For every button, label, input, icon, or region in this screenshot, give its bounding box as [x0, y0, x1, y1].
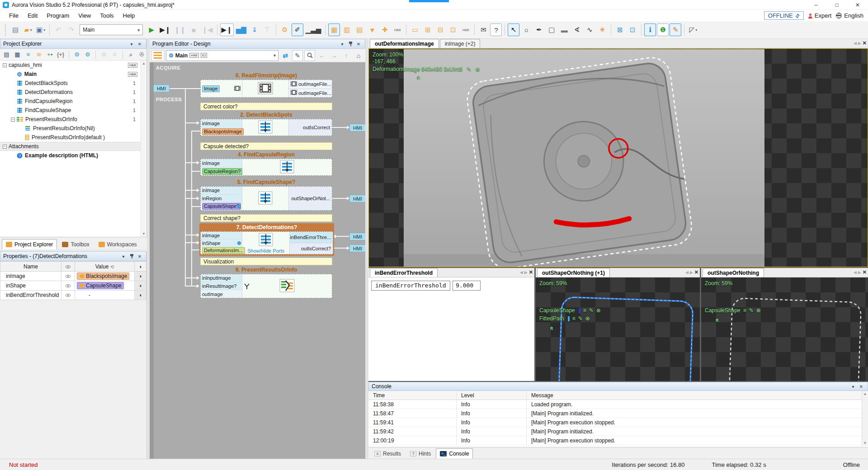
- menu-file[interactable]: File: [5, 10, 23, 21]
- tab-outshapeornothing-1[interactable]: outShapeOrNothing (+1): [537, 268, 610, 277]
- port-toggle[interactable]: ◖: [135, 291, 146, 300]
- block-icon-cell[interactable]: [242, 80, 288, 97]
- language-button[interactable]: English: [836, 12, 863, 19]
- port-inbenderrorthre[interactable]: inBendErrorThre...: [290, 232, 333, 243]
- tree-item-main[interactable]: ⚙MainHMI: [0, 70, 141, 79]
- tab-next-icon[interactable]: ▹: [858, 269, 861, 275]
- port-inresultimage[interactable]: inResultImage?: [201, 282, 242, 291]
- profile-tool-icon[interactable]: ∿: [584, 24, 595, 36]
- property-value[interactable]: -: [75, 291, 135, 300]
- hmi-port-chip[interactable]: HMI: [349, 244, 365, 252]
- splitter[interactable]: [365, 39, 368, 459]
- visibility-toggle[interactable]: [61, 272, 75, 281]
- angle-tool-icon[interactable]: ∢: [571, 24, 583, 36]
- panel-close-icon[interactable]: ✕: [858, 383, 865, 390]
- port-outiscorrect[interactable]: outIsCorrect?: [290, 243, 333, 254]
- comment-block[interactable]: Correct color?: [200, 103, 332, 110]
- port-inimage[interactable]: inImage: [201, 187, 242, 195]
- tab-prev-icon[interactable]: ◃: [854, 269, 857, 275]
- pin-icon[interactable]: [129, 253, 135, 259]
- panel-close-icon[interactable]: ✕: [355, 40, 362, 47]
- tab-close-icon[interactable]: ✕: [694, 269, 698, 275]
- filter-block-body[interactable]: inInputImageinResultImage?outImage: [200, 274, 332, 298]
- show-hide-ports-link[interactable]: Show/Hide Ports: [247, 248, 284, 254]
- scroll-down-icon[interactable]: ▼: [142, 232, 146, 236]
- tree-expander-icon[interactable]: −: [3, 63, 7, 67]
- layer-close-icon[interactable]: ⊗: [596, 307, 601, 314]
- shape-tool-icon[interactable]: ◸▾: [687, 24, 699, 36]
- help-icon[interactable]: ?: [490, 24, 502, 36]
- attach-icon[interactable]: ✇: [137, 50, 146, 60]
- console-log-row[interactable]: 11:59:42Info[Main] Program initialized.: [368, 427, 862, 436]
- layout-cols-icon[interactable]: ⊡: [447, 24, 459, 36]
- layer-edit-icon[interactable]: ✎: [589, 307, 594, 314]
- tab-close-icon[interactable]: ✕: [529, 269, 533, 275]
- tree-item-findcapsuleregion[interactable]: FindCapsuleRegion1: [0, 97, 141, 106]
- tree-item-findcapsuleshape[interactable]: FindCapsuleShape1: [0, 106, 141, 115]
- port-inregion[interactable]: inRegion: [201, 195, 242, 203]
- tab-next-icon[interactable]: ▹: [524, 269, 527, 275]
- macrofilter-breadcrumb[interactable]: ⚙ Main HMI IO ▾: [166, 50, 278, 61]
- layer-edit-icon[interactable]: ✎: [749, 307, 754, 314]
- save-project-icon[interactable]: ▣▾: [35, 24, 47, 36]
- port-inimage[interactable]: inImage: [201, 159, 242, 168]
- block-title[interactable]: 2. DetectBlackSpots: [200, 112, 332, 119]
- nav-back-icon[interactable]: ←: [316, 50, 327, 61]
- panel-menu-icon[interactable]: ▾: [120, 253, 127, 260]
- ruler-tool-icon[interactable]: ▬: [558, 24, 570, 36]
- filmstrip-save-icon[interactable]: ▼: [366, 24, 378, 36]
- tab-results[interactable]: ≡Results: [370, 448, 405, 459]
- visibility-toggle[interactable]: [61, 281, 75, 291]
- add-macrofilter-icon[interactable]: ▤: [2, 50, 11, 60]
- tab-toolbox[interactable]: Toolbox: [58, 239, 93, 249]
- new-worker-icon[interactable]: ≋: [34, 50, 44, 60]
- port-deformationsim[interactable]: DeformationsIm...: [201, 247, 242, 254]
- block-icon-cell[interactable]: [242, 159, 332, 175]
- iterate-icon[interactable]: ▶❙: [220, 24, 234, 36]
- tree-expander-icon[interactable]: −: [3, 145, 7, 149]
- filmstrip-hmi-icon[interactable]: HMI: [392, 24, 403, 36]
- comment-block[interactable]: Capsule detected?: [200, 142, 332, 150]
- tab-close-icon[interactable]: ✕: [863, 40, 867, 46]
- port-outimagefile[interactable]: outImageFile...: [289, 80, 332, 89]
- hmi-port-chip[interactable]: HMI: [349, 233, 365, 240]
- collapse-overlay-icon[interactable]: «: [416, 76, 424, 80]
- port-outimagefile[interactable]: outImageFile...: [289, 89, 332, 98]
- comment-block[interactable]: Visualization: [200, 258, 332, 265]
- world-tool-icon[interactable]: ✳: [596, 24, 608, 36]
- port-outiscorrect[interactable]: outIsCorrect: [289, 119, 332, 136]
- menu-view[interactable]: View: [74, 10, 95, 21]
- col-level[interactable]: Level: [457, 391, 527, 400]
- tab-close-icon[interactable]: ✕: [863, 269, 867, 275]
- property-value[interactable]: CapsuleShape: [75, 281, 135, 291]
- block-title[interactable]: 5. FindCapsuleShape?: [200, 179, 332, 186]
- block-icon-cell[interactable]: [242, 187, 288, 210]
- step-over-icon[interactable]: ▶❙: [158, 24, 172, 36]
- layer-list-icon[interactable]: ≡: [583, 307, 586, 314]
- layout-hmi-icon[interactable]: HMI: [460, 24, 472, 36]
- property-value[interactable]: BlackspotsImage: [75, 272, 135, 281]
- pin-tool-icon[interactable]: ✐: [292, 24, 303, 36]
- tab-project-explorer[interactable]: Project Explorer: [2, 239, 57, 249]
- filter-block-body[interactable]: inImageinRegionCapsuleShape?outShapeOrNo…: [200, 186, 332, 211]
- new-module-icon[interactable]: ⚙: [83, 50, 92, 60]
- nav-forward-icon[interactable]: →: [329, 50, 340, 61]
- filmstrip-pause-icon[interactable]: ▥: [341, 24, 353, 36]
- find-icon[interactable]: [304, 50, 315, 61]
- port-toggle[interactable]: ◖: [135, 272, 146, 281]
- tree-item-presentresultsorinfo-default[interactable]: PresentResultsOrInfo(default ): [0, 133, 141, 142]
- offline-button[interactable]: OFFLINE ⇄: [764, 11, 804, 20]
- statistics-icon[interactable]: ▅▇: [235, 24, 248, 36]
- new-global-param-icon[interactable]: ⚙: [72, 50, 82, 60]
- filter-block-body[interactable]: ImageoutImageFile...outImageFile...: [200, 80, 332, 98]
- shape1-viewport[interactable]: Zoom: 59% CapsuleShape≡✎⊗FittedPath≡✎⊗ «: [536, 277, 700, 381]
- editor-menu-icon[interactable]: [151, 50, 165, 61]
- port-outimage[interactable]: outImage: [201, 290, 242, 298]
- layer-edit-icon[interactable]: ✎: [467, 66, 471, 72]
- block-icon-cell[interactable]: Show/Hide Ports: [242, 232, 289, 254]
- nav-home-icon[interactable]: ⌂: [353, 50, 364, 61]
- index-panel-icon[interactable]: ❶: [657, 24, 669, 36]
- block-icon-cell[interactable]: [242, 119, 288, 136]
- console-log-row[interactable]: 12:00:19Info[Main] Program execution sto…: [368, 436, 862, 445]
- tab-outshapeornothing[interactable]: outShapeOrNothing: [703, 268, 764, 277]
